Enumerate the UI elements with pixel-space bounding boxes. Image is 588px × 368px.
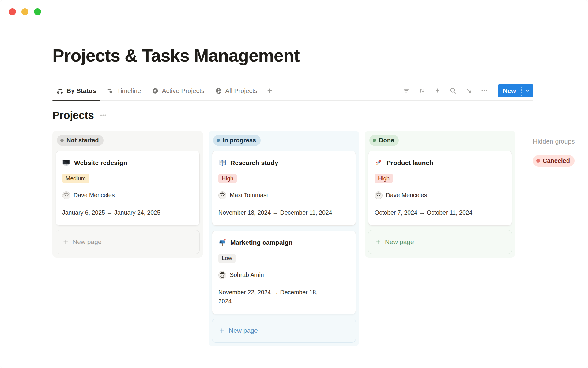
mailbox-emoji bbox=[218, 239, 226, 247]
card-title: Research study bbox=[230, 159, 278, 167]
close-button[interactable] bbox=[9, 8, 16, 15]
rocket-emoji bbox=[375, 159, 383, 167]
tab-label: By Status bbox=[66, 87, 96, 94]
board: Not started Website redesign Medium Dave… bbox=[52, 131, 588, 347]
tab-label: Timeline bbox=[117, 87, 141, 94]
plus-icon bbox=[375, 239, 381, 245]
open-book-emoji bbox=[218, 159, 226, 167]
new-button[interactable]: New bbox=[498, 84, 533, 97]
tab-active-projects[interactable]: Active Projects bbox=[148, 81, 209, 100]
minimize-button[interactable] bbox=[21, 8, 28, 15]
view-title-row: Projects bbox=[52, 109, 588, 121]
timeline-icon bbox=[107, 87, 114, 94]
sort-icon[interactable] bbox=[418, 87, 425, 94]
new-page-button-in-progress[interactable]: New page bbox=[212, 319, 356, 343]
hidden-groups: Hidden groupsCanceled bbox=[533, 131, 575, 167]
page-title: Projects & Tasks Management bbox=[0, 0, 588, 66]
view-options-icon[interactable] bbox=[99, 111, 107, 119]
date-range: January 6, 2025 → January 24, 2025 bbox=[62, 208, 193, 217]
card-title: Website redesign bbox=[74, 159, 127, 167]
status-dot bbox=[373, 139, 376, 142]
toolbar-icons bbox=[403, 87, 488, 94]
more-icon[interactable] bbox=[481, 87, 488, 94]
avatar-dave bbox=[375, 191, 383, 199]
column-in-progress: In progress Research study High Maxi Tom… bbox=[209, 131, 359, 347]
group-pill-in-progress[interactable]: In progress bbox=[213, 135, 261, 146]
window-controls bbox=[9, 8, 41, 15]
status-dot bbox=[60, 139, 64, 142]
plus-icon bbox=[219, 328, 225, 334]
column-done: Done Product launch High Dave Menceles O… bbox=[365, 131, 515, 258]
column-not-started: Not started Website redesign Medium Dave… bbox=[52, 131, 203, 258]
group-pill-not-started[interactable]: Not started bbox=[57, 135, 104, 146]
assignee-name: Dave Menceles bbox=[74, 192, 115, 199]
toolbar: New bbox=[403, 84, 533, 97]
tab-timeline[interactable]: Timeline bbox=[103, 81, 145, 100]
hidden-group-pill-canceled[interactable]: Canceled bbox=[533, 155, 575, 167]
tab-all-projects[interactable]: All Projects bbox=[211, 81, 262, 100]
card-title: Product launch bbox=[386, 159, 433, 167]
view-tabs-bar: By StatusTimelineActive ProjectsAll Proj… bbox=[52, 81, 533, 101]
priority-tag: Low bbox=[218, 254, 236, 263]
priority-tag: Medium bbox=[62, 174, 89, 183]
group-label: Not started bbox=[66, 137, 99, 144]
card-title: Marketing campaign bbox=[230, 239, 292, 246]
hidden-groups-label[interactable]: Hidden groups bbox=[533, 138, 575, 145]
assignee-name: Maxi Tommasi bbox=[230, 192, 268, 199]
plus-icon bbox=[62, 239, 69, 245]
card-product-launch[interactable]: Product launch High Dave Menceles Octobe… bbox=[368, 151, 512, 226]
assignee-name: Sohrab Amin bbox=[230, 271, 264, 278]
tabs: By StatusTimelineActive ProjectsAll Proj… bbox=[52, 81, 276, 100]
avatar-sohrab bbox=[218, 271, 226, 279]
assignee-name: Dave Menceles bbox=[386, 192, 427, 199]
tab-label: All Projects bbox=[225, 87, 257, 94]
search-icon[interactable] bbox=[450, 87, 457, 94]
group-pill-done[interactable]: Done bbox=[369, 135, 399, 146]
zoom-button[interactable] bbox=[34, 8, 41, 15]
new-page-button-not-started[interactable]: New page bbox=[56, 230, 200, 254]
filter-icon[interactable] bbox=[403, 87, 410, 94]
globe-icon bbox=[215, 87, 222, 94]
add-view-button[interactable] bbox=[264, 81, 276, 100]
date-range: November 18, 2024 → December 11, 2024 bbox=[218, 208, 349, 217]
tab-label: Active Projects bbox=[162, 87, 204, 94]
avatar-maxi bbox=[218, 191, 226, 199]
group-label: In progress bbox=[223, 137, 256, 144]
card-website-redesign[interactable]: Website redesign Medium Dave Menceles Ja… bbox=[56, 151, 200, 226]
new-page-label: New page bbox=[229, 327, 258, 334]
hidden-group-label: Canceled bbox=[543, 157, 570, 164]
chevron-down-icon[interactable] bbox=[522, 84, 533, 97]
tab-by-status[interactable]: By Status bbox=[52, 81, 100, 100]
desktop-computer-emoji bbox=[62, 159, 70, 167]
card-marketing-campaign[interactable]: Marketing campaign Low Sohrab Amin Novem… bbox=[212, 231, 356, 315]
priority-tag: High bbox=[218, 174, 237, 183]
date-range: October 7, 2024 → October 11, 2024 bbox=[375, 208, 506, 217]
priority-tag: High bbox=[375, 174, 393, 183]
status-dot bbox=[217, 139, 220, 142]
group-label: Done bbox=[379, 137, 394, 144]
new-page-label: New page bbox=[73, 238, 102, 246]
status-dot bbox=[536, 159, 540, 163]
view-title: Projects bbox=[52, 109, 94, 121]
card-research-study[interactable]: Research study High Maxi Tommasi Novembe… bbox=[212, 151, 356, 226]
expand-icon[interactable] bbox=[465, 87, 472, 94]
star-circle-icon bbox=[152, 87, 159, 94]
zap-icon[interactable] bbox=[434, 87, 441, 94]
status-change-icon bbox=[57, 87, 63, 94]
new-button-label[interactable]: New bbox=[498, 84, 521, 97]
avatar-dave bbox=[62, 191, 70, 199]
new-page-button-done[interactable]: New page bbox=[368, 230, 512, 254]
date-range: November 22, 2024 → December 18, 2024 bbox=[218, 288, 349, 306]
new-page-label: New page bbox=[385, 238, 414, 246]
app-window: Projects & Tasks Management By StatusTim… bbox=[0, 0, 588, 368]
